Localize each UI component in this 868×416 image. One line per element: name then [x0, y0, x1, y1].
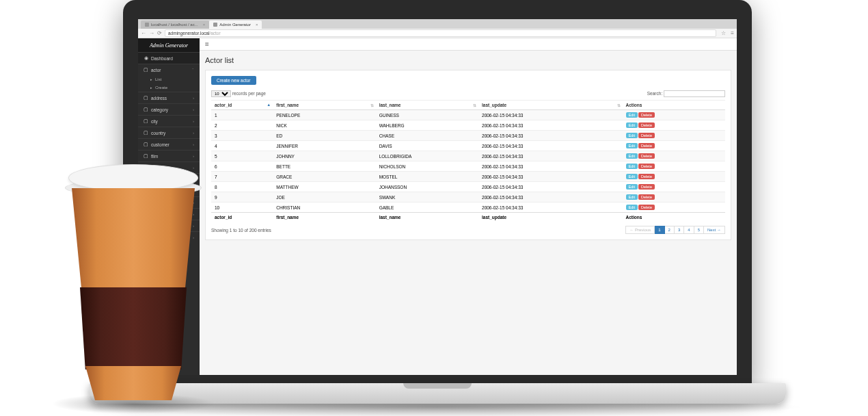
cell-actions: EditDelete	[623, 182, 725, 192]
sidebar-subitem-create[interactable]: ▸Create	[138, 83, 200, 92]
create-new-button[interactable]: Create new actor	[211, 76, 256, 85]
browser-address-bar: ← → ⟳ admingenerator.local/actor ☆ ≡	[138, 29, 737, 38]
delete-button[interactable]: Delete	[638, 122, 655, 128]
sidebar-subitem-label: Create	[155, 86, 167, 90]
delete-button[interactable]: Delete	[638, 184, 655, 190]
sidebar-item-film[interactable]: ▢film›	[138, 150, 200, 161]
pagination-prev[interactable]: ← Previous	[625, 226, 655, 234]
cell-actor-id: 3	[211, 131, 273, 141]
edit-button[interactable]: Edit	[626, 112, 638, 118]
table-row: 10CHRISTIANGABLE2006-02-15 04:34:33EditD…	[211, 203, 725, 213]
search-input[interactable]	[664, 90, 725, 97]
cell-last-update: 2006-02-15 04:34:33	[478, 131, 623, 141]
sidebar-item-dashboard[interactable]: ◉ Dashboard	[138, 52, 200, 64]
records-per-page-select[interactable]: 10	[211, 90, 231, 97]
pagination-page[interactable]: 1	[655, 226, 664, 234]
cell-actions: EditDelete	[623, 151, 725, 161]
edit-button[interactable]: Edit	[626, 122, 638, 128]
sort-icon: ⇅	[370, 103, 374, 107]
edit-button[interactable]: Edit	[626, 133, 638, 138]
cell-actions: EditDelete	[623, 141, 725, 151]
cell-last-update: 2006-02-15 04:34:33	[478, 203, 623, 213]
browser-tab-strip: localhost / localhost / ac... × Admin Ge…	[138, 19, 737, 29]
star-icon[interactable]: ☆	[721, 30, 726, 36]
sidebar-item-address[interactable]: ▢address›	[138, 92, 200, 103]
sidebar-subitem-label: List	[155, 77, 161, 81]
sidebar-subitem-list[interactable]: ▸List	[138, 75, 200, 83]
sidebar-item-label: customer	[151, 142, 169, 147]
cell-first-name: JOHNNY	[273, 151, 375, 161]
edit-button[interactable]: Edit	[626, 153, 638, 159]
delete-button[interactable]: Delete	[638, 133, 655, 138]
hamburger-icon[interactable]: ≡	[205, 40, 209, 48]
cell-actions: EditDelete	[623, 172, 725, 182]
cell-first-name: BETTE	[273, 161, 375, 172]
app-root: Admin Generator ◉ Dashboard ▢actor˅▸List…	[138, 38, 737, 375]
sidebar-item-category[interactable]: ▢category›	[138, 103, 200, 115]
cell-first-name: NICK	[273, 120, 375, 131]
url-host: admingenerator.local	[168, 31, 209, 36]
sidebar-item-customer[interactable]: ▢customer›	[138, 138, 200, 150]
cell-last-update: 2006-02-15 04:34:33	[478, 151, 623, 161]
cell-last-update: 2006-02-15 04:34:33	[478, 192, 623, 203]
sidebar-item-label: Dashboard	[151, 56, 173, 61]
table-row: 1PENELOPEGUINESS2006-02-15 04:34:33EditD…	[211, 110, 725, 120]
sidebar-item-city[interactable]: ▢city›	[138, 115, 200, 127]
delete-button[interactable]: Delete	[638, 112, 655, 118]
edit-button[interactable]: Edit	[626, 194, 638, 200]
content: Actor list Create new actor 10 records p…	[200, 51, 737, 246]
reload-icon[interactable]: ⟳	[157, 30, 162, 36]
sidebar-item-actor[interactable]: ▢actor˅	[138, 64, 200, 75]
edit-button[interactable]: Edit	[626, 164, 638, 169]
pagination-page[interactable]: 3	[675, 226, 684, 234]
forward-icon[interactable]: →	[149, 30, 154, 36]
pagination-page[interactable]: 4	[684, 226, 694, 234]
favicon-icon	[145, 23, 149, 27]
cell-first-name: JOE	[273, 192, 375, 203]
browser-tab-label: localhost / localhost / ac...	[151, 23, 198, 27]
cell-last-update: 2006-02-15 04:34:33	[478, 182, 623, 192]
pagination-next[interactable]: Next →	[704, 226, 725, 234]
column-header-actor-id[interactable]: actor_id▲	[211, 101, 273, 110]
close-tab-icon[interactable]: ×	[203, 23, 206, 27]
url-input[interactable]: admingenerator.local/actor	[165, 29, 716, 37]
cell-first-name: CHRISTIAN	[273, 203, 375, 213]
cell-last-name: CHASE	[376, 131, 478, 141]
edit-button[interactable]: Edit	[626, 174, 638, 179]
pagination-page[interactable]: 2	[665, 226, 675, 234]
column-header-last-update[interactable]: last_update⇅	[478, 101, 623, 110]
delete-button[interactable]: Delete	[638, 153, 655, 159]
favicon-icon	[213, 23, 217, 27]
delete-button[interactable]: Delete	[638, 205, 655, 210]
column-header-first-name[interactable]: first_name⇅	[273, 101, 375, 110]
table-row: 7GRACEMOSTEL2006-02-15 04:34:33EditDelet…	[211, 172, 725, 182]
back-icon[interactable]: ←	[141, 30, 146, 36]
folder-icon: ▢	[144, 107, 148, 112]
coffee-cup-graphic	[65, 164, 202, 411]
folder-icon: ▢	[144, 142, 148, 147]
edit-button[interactable]: Edit	[626, 184, 638, 190]
table-row: 8MATTHEWJOHANSSON2006-02-15 04:34:33Edit…	[211, 182, 725, 192]
menu-icon[interactable]: ≡	[731, 30, 734, 36]
browser-tab-active[interactable]: Admin Generator ×	[209, 21, 262, 29]
chevron-right-icon: ›	[193, 96, 194, 100]
edit-button[interactable]: Edit	[626, 143, 638, 148]
dashboard-icon: ◉	[144, 55, 148, 61]
sidebar-item-country[interactable]: ▢country›	[138, 127, 200, 138]
cell-last-name: JOHANSSON	[376, 182, 478, 192]
browser-tab-inactive[interactable]: localhost / localhost / ac... ×	[141, 21, 209, 29]
close-tab-icon[interactable]: ×	[256, 23, 258, 27]
main-area: ≡ Actor list Create new actor 10	[200, 38, 737, 375]
cell-last-update: 2006-02-15 04:34:33	[478, 172, 623, 182]
caret-icon: ▸	[150, 86, 152, 90]
column-footer: Actions	[623, 213, 725, 222]
delete-button[interactable]: Delete	[638, 164, 655, 169]
delete-button[interactable]: Delete	[638, 174, 655, 179]
column-header-last-name[interactable]: last_name⇅	[376, 101, 478, 110]
delete-button[interactable]: Delete	[638, 143, 655, 148]
delete-button[interactable]: Delete	[638, 194, 655, 200]
pagination-page[interactable]: 5	[694, 226, 704, 234]
edit-button[interactable]: Edit	[626, 205, 638, 210]
panel: Create new actor 10 records per page Se	[205, 70, 731, 240]
column-footer: last_name	[376, 213, 478, 222]
